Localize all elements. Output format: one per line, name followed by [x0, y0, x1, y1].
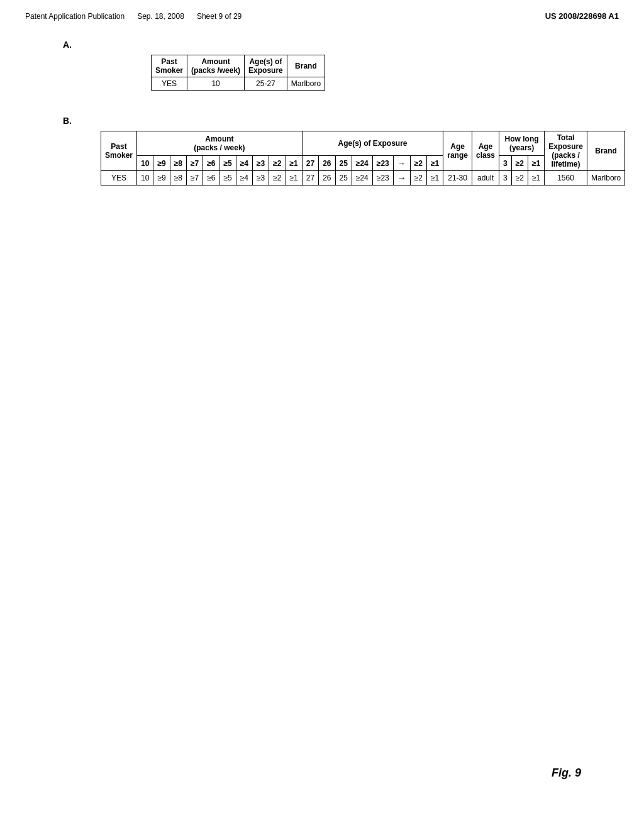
figure-label: Fig. 9 [552, 766, 581, 780]
age-26: 26 [319, 156, 335, 171]
hl-ge1: ≥1 [528, 156, 544, 171]
col-ages-b: Age(s) of Exposure [302, 131, 443, 156]
publication-date: Sep. 18, 2008 [137, 12, 184, 21]
section-b-label: B. [63, 116, 606, 126]
amt-ge9: ≥9 [153, 156, 170, 171]
cell-amt-10: 10 [137, 171, 153, 185]
cell-amt-ge9: ≥9 [153, 171, 170, 185]
table-row: YES 10 25-27 Marlboro [152, 77, 325, 91]
main-content: A. PastSmoker Amount(packs /week) Age(s)… [0, 27, 644, 220]
cell-brand-b: Marlboro [587, 171, 625, 185]
cell-age-25: 25 [335, 171, 352, 185]
section-a-table: PastSmoker Amount(packs /week) Age(s) of… [151, 55, 325, 91]
cell-amt-ge2: ≥2 [269, 171, 286, 185]
amt-ge6: ≥6 [203, 156, 219, 171]
age-ge24: ≥24 [352, 156, 372, 171]
publication-label: Patent Application Publication [25, 12, 125, 21]
col-age-class-b: Ageclass [472, 131, 499, 171]
table-row-b: YES 10 ≥9 ≥8 ≥7 ≥6 ≥5 ≥4 ≥3 ≥2 ≥1 27 [101, 171, 625, 185]
age-ge23: ≥23 [372, 156, 393, 171]
col-brand-a: Brand [287, 55, 325, 77]
cell-hl-3: 3 [499, 171, 511, 185]
cell-amt-ge3: ≥3 [252, 171, 269, 185]
cell-age-ge24: ≥24 [352, 171, 372, 185]
cell-amt-ge1: ≥1 [286, 171, 302, 185]
age-27: 27 [302, 156, 318, 171]
col-ages-a: Age(s) ofExposure [245, 55, 287, 77]
age-arrow: → [393, 156, 410, 171]
col-amount-a: Amount(packs /week) [187, 55, 245, 77]
col-brand-b: Brand [587, 131, 625, 171]
cell-amt-ge7: ≥7 [186, 171, 203, 185]
amt-10: 10 [137, 156, 153, 171]
age-ge2: ≥2 [410, 156, 426, 171]
amt-ge4: ≥4 [236, 156, 252, 171]
cell-age-arrow: → [393, 171, 410, 185]
cell-amt-ge8: ≥8 [170, 171, 186, 185]
cell-age-27: 27 [302, 171, 318, 185]
page-header: Patent Application Publication Sep. 18, … [0, 0, 644, 27]
cell-smoker-b: YES [101, 171, 137, 185]
section-a-label: A. [63, 40, 606, 50]
hl-ge2: ≥2 [511, 156, 528, 171]
cell-age-ge2: ≥2 [410, 171, 426, 185]
header-right: US 2008/228698 A1 [545, 11, 619, 21]
amt-ge7: ≥7 [186, 156, 203, 171]
cell-amt-ge4: ≥4 [236, 171, 252, 185]
cell-total: 1560 [545, 171, 587, 185]
sheet-info: Sheet 9 of 29 [197, 12, 242, 21]
patent-number: US 2008/228698 A1 [545, 11, 619, 21]
col-how-long-b: How long(years) [499, 131, 544, 156]
col-amount-b: Amount(packs / week) [137, 131, 303, 156]
amt-ge5: ≥5 [219, 156, 236, 171]
cell-hl-ge1: ≥1 [528, 171, 544, 185]
amt-ge2: ≥2 [269, 156, 286, 171]
cell-age-class: adult [472, 171, 499, 185]
cell-amt-ge6: ≥6 [203, 171, 219, 185]
col-age-range-b: Agerange [443, 131, 472, 171]
col-total-b: Total Exposure(packs / lifetime) [545, 131, 587, 171]
cell-smoker-a: YES [152, 77, 187, 91]
cell-age-26: 26 [319, 171, 335, 185]
section-b-table-wrapper: PastSmoker Amount(packs / week) Age(s) o… [101, 131, 606, 185]
cell-amount-a: 10 [187, 77, 245, 91]
cell-age-ge23: ≥23 [372, 171, 393, 185]
section-a-wrapper: A. PastSmoker Amount(packs /week) Age(s)… [63, 40, 606, 91]
section-b-table: PastSmoker Amount(packs / week) Age(s) o… [101, 131, 625, 185]
amt-ge1: ≥1 [286, 156, 302, 171]
amt-ge8: ≥8 [170, 156, 186, 171]
cell-amt-ge5: ≥5 [219, 171, 236, 185]
cell-age-range: 21-30 [443, 171, 472, 185]
section-b-wrapper: B. PastSmoker Amount(packs / week) Age(s… [63, 116, 606, 185]
col-past-smoker-b: PastSmoker [101, 131, 137, 171]
cell-age-ge1: ≥1 [427, 171, 443, 185]
age-ge1: ≥1 [427, 156, 443, 171]
hl-3: 3 [499, 156, 511, 171]
col-past-smoker-a: PastSmoker [152, 55, 187, 77]
section-a-table-wrapper: PastSmoker Amount(packs /week) Age(s) of… [151, 55, 606, 91]
cell-brand-a: Marlboro [287, 77, 325, 91]
age-25: 25 [335, 156, 352, 171]
header-left: Patent Application Publication Sep. 18, … [25, 12, 242, 21]
amt-ge3: ≥3 [252, 156, 269, 171]
cell-ages-a: 25-27 [245, 77, 287, 91]
cell-hl-ge2: ≥2 [511, 171, 528, 185]
